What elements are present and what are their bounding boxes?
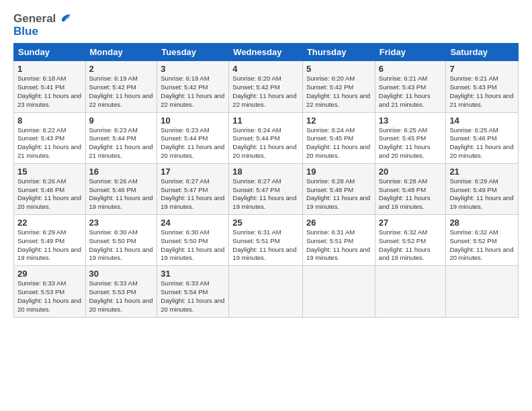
header: General Blue (13, 11, 519, 38)
calendar-day-cell: 9Sunrise: 6:23 AM Sunset: 5:44 PM Daylig… (85, 112, 157, 163)
calendar-day-cell: 3Sunrise: 6:19 AM Sunset: 5:42 PM Daylig… (157, 61, 229, 112)
day-info: Sunrise: 6:30 AM Sunset: 5:50 PM Dayligh… (89, 228, 154, 263)
calendar-day-cell (375, 266, 446, 317)
calendar-day-cell: 6Sunrise: 6:21 AM Sunset: 5:43 PM Daylig… (375, 61, 446, 112)
calendar-day-cell: 1Sunrise: 6:18 AM Sunset: 5:41 PM Daylig… (14, 61, 86, 112)
day-number: 6 (379, 64, 443, 74)
day-number: 29 (17, 269, 82, 279)
day-number: 11 (232, 116, 299, 126)
calendar-day-cell: 5Sunrise: 6:20 AM Sunset: 5:42 PM Daylig… (302, 61, 375, 112)
calendar-week-row: 1Sunrise: 6:18 AM Sunset: 5:41 PM Daylig… (14, 61, 519, 112)
day-number: 14 (449, 116, 515, 126)
calendar-day-cell: 27Sunrise: 6:32 AM Sunset: 5:52 PM Dayli… (375, 215, 446, 266)
day-number: 2 (89, 64, 154, 74)
day-number: 19 (306, 167, 371, 177)
calendar-day-cell: 28Sunrise: 6:32 AM Sunset: 5:52 PM Dayli… (446, 215, 519, 266)
day-info: Sunrise: 6:21 AM Sunset: 5:43 PM Dayligh… (379, 75, 443, 109)
calendar-day-cell: 19Sunrise: 6:28 AM Sunset: 5:48 PM Dayli… (302, 163, 375, 214)
calendar-header-cell: Wednesday (229, 44, 303, 61)
day-info: Sunrise: 6:27 AM Sunset: 5:47 PM Dayligh… (232, 177, 299, 212)
day-number: 5 (306, 64, 371, 74)
calendar-day-cell: 22Sunrise: 6:29 AM Sunset: 5:49 PM Dayli… (14, 215, 86, 266)
day-info: Sunrise: 6:22 AM Sunset: 5:43 PM Dayligh… (17, 126, 82, 161)
day-info: Sunrise: 6:32 AM Sunset: 5:52 PM Dayligh… (379, 228, 443, 263)
calendar-day-cell: 2Sunrise: 6:19 AM Sunset: 5:42 PM Daylig… (85, 61, 157, 112)
day-info: Sunrise: 6:19 AM Sunset: 5:42 PM Dayligh… (89, 75, 154, 109)
day-info: Sunrise: 6:33 AM Sunset: 5:53 PM Dayligh… (17, 279, 82, 314)
day-number: 28 (449, 218, 515, 228)
calendar-header-row: SundayMondayTuesdayWednesdayThursdayFrid… (14, 44, 519, 61)
calendar-day-cell: 13Sunrise: 6:25 AM Sunset: 5:45 PM Dayli… (375, 112, 446, 163)
day-info: Sunrise: 6:30 AM Sunset: 5:50 PM Dayligh… (161, 228, 225, 263)
day-info: Sunrise: 6:31 AM Sunset: 5:51 PM Dayligh… (306, 228, 371, 263)
day-info: Sunrise: 6:24 AM Sunset: 5:44 PM Dayligh… (232, 126, 299, 161)
calendar-header-cell: Saturday (446, 44, 519, 61)
page: General Blue SundayMondayTuesdayWednesda… (0, 0, 532, 411)
calendar-day-cell: 4Sunrise: 6:20 AM Sunset: 5:42 PM Daylig… (229, 61, 303, 112)
calendar-day-cell: 25Sunrise: 6:31 AM Sunset: 5:51 PM Dayli… (229, 215, 303, 266)
calendar-day-cell: 15Sunrise: 6:26 AM Sunset: 5:46 PM Dayli… (14, 163, 86, 214)
day-info: Sunrise: 6:25 AM Sunset: 5:46 PM Dayligh… (449, 126, 515, 161)
calendar-day-cell: 11Sunrise: 6:24 AM Sunset: 5:44 PM Dayli… (229, 112, 303, 163)
day-number: 12 (306, 116, 371, 126)
day-info: Sunrise: 6:32 AM Sunset: 5:52 PM Dayligh… (449, 228, 515, 263)
day-number: 7 (449, 64, 515, 74)
day-info: Sunrise: 6:33 AM Sunset: 5:54 PM Dayligh… (161, 279, 225, 314)
calendar-week-row: 29Sunrise: 6:33 AM Sunset: 5:53 PM Dayli… (14, 266, 519, 317)
calendar-day-cell: 14Sunrise: 6:25 AM Sunset: 5:46 PM Dayli… (446, 112, 519, 163)
calendar-table: SundayMondayTuesdayWednesdayThursdayFrid… (13, 43, 519, 317)
day-number: 15 (17, 167, 82, 177)
calendar-day-cell: 31Sunrise: 6:33 AM Sunset: 5:54 PM Dayli… (157, 266, 229, 317)
calendar-header-cell: Thursday (302, 44, 375, 61)
day-info: Sunrise: 6:20 AM Sunset: 5:42 PM Dayligh… (306, 75, 371, 109)
calendar-day-cell: 20Sunrise: 6:28 AM Sunset: 5:48 PM Dayli… (375, 163, 446, 214)
day-number: 18 (232, 167, 299, 177)
day-number: 13 (379, 116, 443, 126)
calendar-day-cell: 16Sunrise: 6:26 AM Sunset: 5:46 PM Dayli… (85, 163, 157, 214)
day-info: Sunrise: 6:28 AM Sunset: 5:48 PM Dayligh… (306, 177, 371, 212)
day-info: Sunrise: 6:28 AM Sunset: 5:48 PM Dayligh… (379, 177, 443, 212)
day-number: 3 (161, 64, 225, 74)
calendar-day-cell: 17Sunrise: 6:27 AM Sunset: 5:47 PM Dayli… (157, 163, 229, 214)
day-info: Sunrise: 6:26 AM Sunset: 5:46 PM Dayligh… (17, 177, 82, 212)
calendar-day-cell: 10Sunrise: 6:23 AM Sunset: 5:44 PM Dayli… (157, 112, 229, 163)
calendar-header-cell: Friday (375, 44, 446, 61)
calendar-header-cell: Sunday (14, 44, 86, 61)
calendar-day-cell: 24Sunrise: 6:30 AM Sunset: 5:50 PM Dayli… (157, 215, 229, 266)
calendar-week-row: 8Sunrise: 6:22 AM Sunset: 5:43 PM Daylig… (14, 112, 519, 163)
day-info: Sunrise: 6:18 AM Sunset: 5:41 PM Dayligh… (17, 75, 82, 109)
day-number: 9 (89, 116, 154, 126)
calendar-day-cell: 29Sunrise: 6:33 AM Sunset: 5:53 PM Dayli… (14, 266, 86, 317)
day-info: Sunrise: 6:24 AM Sunset: 5:45 PM Dayligh… (306, 126, 371, 161)
day-info: Sunrise: 6:20 AM Sunset: 5:42 PM Dayligh… (232, 75, 299, 109)
day-number: 21 (449, 167, 515, 177)
calendar-week-row: 22Sunrise: 6:29 AM Sunset: 5:49 PM Dayli… (14, 215, 519, 266)
day-info: Sunrise: 6:33 AM Sunset: 5:53 PM Dayligh… (89, 279, 154, 314)
day-info: Sunrise: 6:25 AM Sunset: 5:45 PM Dayligh… (379, 126, 443, 161)
day-info: Sunrise: 6:26 AM Sunset: 5:46 PM Dayligh… (89, 177, 154, 212)
logo-blue-text: Blue (13, 26, 38, 38)
day-number: 23 (89, 218, 154, 228)
calendar-day-cell: 30Sunrise: 6:33 AM Sunset: 5:53 PM Dayli… (85, 266, 157, 317)
calendar-day-cell: 23Sunrise: 6:30 AM Sunset: 5:50 PM Dayli… (85, 215, 157, 266)
day-info: Sunrise: 6:31 AM Sunset: 5:51 PM Dayligh… (232, 228, 299, 263)
day-info: Sunrise: 6:23 AM Sunset: 5:44 PM Dayligh… (89, 126, 154, 161)
day-number: 10 (161, 116, 225, 126)
day-number: 26 (306, 218, 371, 228)
calendar-day-cell (229, 266, 303, 317)
logo: General Blue (13, 11, 73, 38)
calendar-day-cell: 12Sunrise: 6:24 AM Sunset: 5:45 PM Dayli… (302, 112, 375, 163)
day-number: 30 (89, 269, 154, 279)
day-number: 4 (232, 64, 299, 74)
logo-bird-icon (58, 11, 73, 28)
calendar-week-row: 15Sunrise: 6:26 AM Sunset: 5:46 PM Dayli… (14, 163, 519, 214)
day-info: Sunrise: 6:29 AM Sunset: 5:49 PM Dayligh… (17, 228, 82, 263)
day-number: 27 (379, 218, 443, 228)
day-number: 31 (161, 269, 225, 279)
day-number: 25 (232, 218, 299, 228)
calendar-body: 1Sunrise: 6:18 AM Sunset: 5:41 PM Daylig… (14, 61, 519, 317)
day-number: 22 (17, 218, 82, 228)
day-number: 24 (161, 218, 225, 228)
calendar-day-cell (446, 266, 519, 317)
day-number: 1 (17, 64, 82, 74)
